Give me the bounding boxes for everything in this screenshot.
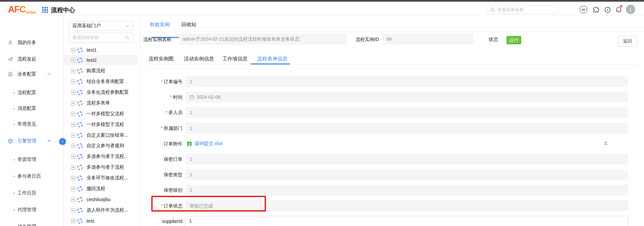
tree-item-selected[interactable]: +test2 — [64, 55, 138, 65]
tree-expand-icon[interactable]: + — [71, 112, 75, 116]
tree-item[interactable]: +选人组件作为流程... — [64, 205, 138, 215]
tree-item[interactable]: +多选参与者子流程... — [64, 151, 138, 162]
tree-expand-icon[interactable]: + — [71, 154, 75, 159]
sidebar-item-process-start[interactable]: 流程发起 — [0, 55, 64, 63]
user-icon — [8, 40, 13, 45]
tree-expand-icon[interactable]: + — [71, 101, 75, 105]
app-selector-dropdown[interactable]: 应用基础门户 — [69, 21, 133, 31]
notification-dot — [620, 5, 623, 7]
logo-enter: enter — [26, 10, 36, 15]
process-icon — [77, 208, 83, 213]
tree-item[interactable]: +多选参与者子流程 — [64, 162, 138, 172]
form-value-confidential-type: 1 — [185, 169, 628, 180]
sidebar-item-process-config[interactable]: 流程配置 — [0, 89, 64, 96]
supplier-id-input[interactable]: 1 — [185, 216, 628, 226]
tree-item[interactable]: +test — [64, 216, 138, 226]
sidebar-item-work-calendar[interactable]: 工作日历 — [0, 189, 64, 197]
tree-expand-icon[interactable]: + — [71, 176, 75, 180]
process-icon — [77, 165, 83, 170]
download-icon[interactable] — [603, 140, 608, 145]
form-value-department: 1 — [185, 123, 628, 134]
sidebar-collapse-button[interactable]: ‹ — [59, 138, 66, 145]
sidebar-item-business-config[interactable]: 业务配置 — [0, 70, 64, 78]
tree-item[interactable]: +一对多模型父流程 — [64, 109, 138, 119]
subtab-divider — [147, 64, 638, 64]
sidebar-item-message-config[interactable]: 消息配置 — [0, 105, 64, 112]
tree-item[interactable]: +业务环节修改流程... — [64, 173, 138, 183]
bullet-dot — [13, 159, 15, 161]
form-label-confidential-level: 保密级别 — [141, 185, 182, 195]
process-icon — [77, 122, 83, 127]
subtab-workitem-info[interactable]: 工作项信息 — [222, 56, 248, 62]
sidebar-item-engine-management[interactable]: 引擎管理 — [0, 137, 64, 145]
sidebar-item-participant-calendar[interactable]: 参与者日历 — [0, 173, 64, 180]
tree-expand-icon[interactable]: + — [71, 80, 75, 84]
tree-item[interactable]: +结合业务查询配置 — [64, 77, 138, 87]
subtab-instance-diagram[interactable]: 流程实例图 — [149, 56, 174, 62]
apps-grid-icon[interactable] — [42, 7, 48, 13]
form-value-order-number: 1 — [185, 76, 628, 87]
attachment-link[interactable]: 源码提交.xlsx — [195, 141, 223, 147]
form-label-department: *所属部门 — [141, 123, 182, 134]
cube-icon — [8, 138, 13, 144]
tree-expand-icon[interactable]: + — [71, 165, 75, 170]
process-icon — [77, 101, 83, 106]
user-avatar[interactable]: t — [626, 5, 635, 14]
notification-bell-icon[interactable] — [615, 6, 622, 13]
instance-id-label: 流程实例ID — [356, 37, 379, 43]
tree-expand-icon[interactable]: + — [71, 90, 75, 95]
tree-expand-icon[interactable]: + — [71, 133, 75, 138]
process-icon — [77, 219, 83, 224]
tree-item[interactable]: +自定义窗口按钮审... — [64, 130, 138, 140]
form-value-time: 2024-02-06 — [185, 92, 628, 102]
process-icon — [77, 176, 83, 181]
tree-item[interactable]: +一对多模型子流程 — [64, 120, 138, 130]
tree-item[interactable]: +流程多表单 — [64, 98, 138, 108]
process-icon — [77, 79, 83, 84]
plugin-puzzle-icon[interactable] — [592, 6, 599, 13]
back-button[interactable]: 返回 — [618, 36, 637, 47]
tab-valid-instances[interactable]: 有效实例 — [150, 21, 170, 28]
tree-expand-icon[interactable]: + — [71, 197, 75, 202]
process-search-input[interactable]: 搜索流程名称 — [69, 33, 133, 43]
menu-search-input[interactable]: 搜索菜单名称 — [487, 5, 558, 14]
sidebar-subitem-label: 参与者日历 — [17, 173, 41, 179]
process-icon — [77, 58, 83, 63]
tree-expand-icon[interactable]: + — [71, 219, 75, 223]
process-icon — [77, 197, 83, 202]
sidebar-item-agent-management[interactable]: 代理管理 — [0, 206, 64, 214]
tree-item[interactable]: +自定义参与者规则 — [64, 141, 138, 151]
order-attachment: 源码提交.xlsx — [187, 138, 223, 149]
process-icon — [77, 69, 83, 74]
process-icon — [77, 90, 83, 95]
tab-recycle-bin[interactable]: 回收站 — [181, 21, 197, 28]
sidebar-item-resource-management[interactable]: 资源管理 — [0, 156, 64, 163]
sidebar-subitem-label: 代理管理 — [17, 207, 36, 213]
tree-item[interactable]: +ceshiluojiliu — [64, 194, 138, 205]
tree-item[interactable]: +购票流程 — [64, 66, 138, 76]
process-icon — [77, 186, 83, 191]
process-icon — [77, 48, 83, 53]
ai-assistant-icon[interactable]: AI — [580, 6, 587, 13]
tree-item[interactable]: +test1 — [64, 45, 138, 55]
sidebar-item-todo-management[interactable]: 代办管理 — [0, 223, 64, 226]
tree-expand-icon[interactable]: + — [71, 187, 75, 191]
tree-expand-icon[interactable]: + — [71, 69, 75, 73]
sidebar-item-common-opinions[interactable]: 常用意见 — [0, 121, 64, 128]
tree-expand-icon[interactable]: + — [71, 123, 75, 127]
tree-expand-icon[interactable]: + — [71, 208, 75, 213]
tree-item[interactable]: +撤回流程 — [64, 184, 138, 194]
process-center-page: AFC enter 流程中心 搜索菜单名称 AI ? t — [0, 0, 644, 226]
send-icon — [8, 56, 13, 62]
tree-item[interactable]: +业务化流程参数配置 — [64, 87, 138, 97]
help-icon[interactable]: ? — [604, 6, 611, 13]
tree-expand-icon[interactable]: + — [71, 144, 75, 148]
subtab-form-info[interactable]: 流程表单信息 — [257, 56, 287, 62]
sidebar-item-my-tasks[interactable]: 我的任务 — [0, 39, 64, 47]
form-label-time: *时间 — [141, 92, 182, 102]
sidebar-subitem-label: 常用意见 — [17, 121, 36, 127]
chevron-up-icon — [47, 139, 51, 143]
tree-expand-icon[interactable]: + — [71, 58, 75, 62]
subtab-activity-info[interactable]: 活动实例信息 — [184, 56, 214, 62]
tree-expand-icon[interactable]: + — [71, 48, 75, 52]
